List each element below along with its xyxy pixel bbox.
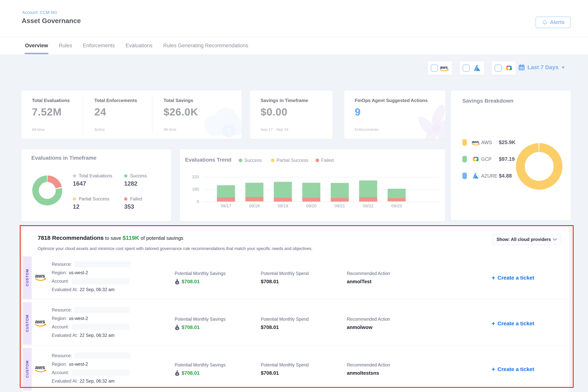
green-dot-icon bbox=[124, 174, 128, 178]
savings-breakdown-title: Savings Breakdown bbox=[462, 98, 514, 104]
resource-label: Resource: bbox=[52, 353, 72, 358]
legend-item-gcp: GCP $97.19 bbox=[462, 154, 515, 164]
gcp-legend-swatch bbox=[462, 156, 467, 162]
provider-filter-azure[interactable] bbox=[460, 61, 484, 75]
finops-agent-sub: Enforcements bbox=[355, 128, 378, 132]
dropdown-selected-value: Show: All cloud providers bbox=[496, 237, 551, 242]
provider-name: GCP bbox=[481, 156, 499, 162]
region-value: us-west-2 bbox=[69, 270, 88, 275]
breadcrumb-account-link[interactable]: Account: CCM-NG bbox=[22, 10, 57, 15]
custom-rule-badge: CUSTOM bbox=[23, 348, 32, 390]
trend-x-axis-label: 09/23 bbox=[385, 204, 408, 208]
evaluations-trend-title: Evaluations Trend bbox=[185, 157, 231, 163]
potential-savings-amount: $119K bbox=[122, 234, 139, 241]
chevron-down-icon bbox=[553, 238, 557, 241]
tab-label: Enforcements bbox=[83, 43, 115, 48]
recommended-action-label: Recommended Action bbox=[347, 271, 390, 276]
total-enforcements-value: 24 bbox=[94, 106, 106, 118]
total-evaluations-sub: All-time bbox=[32, 128, 45, 132]
azure-checkbox[interactable] bbox=[463, 64, 470, 72]
aws-icon: aws bbox=[470, 140, 481, 146]
trend-bar-segment bbox=[331, 183, 349, 198]
total-savings-value: $26.0K bbox=[164, 106, 198, 118]
trend-bar-segment bbox=[274, 182, 292, 198]
trend-bar-segment bbox=[388, 189, 406, 198]
recommendations-description: Optimize your cloud assets and minimize … bbox=[38, 246, 313, 251]
provider-name: AZURE bbox=[481, 173, 499, 179]
aws-checkbox[interactable] bbox=[431, 64, 438, 72]
trend-bar-segment bbox=[246, 197, 264, 201]
recommendation-row: CUSTOM aws Resource: Region:us-west-2 Ac… bbox=[22, 302, 569, 345]
svg-text:aws: aws bbox=[440, 65, 448, 70]
custom-rule-badge: CUSTOM bbox=[23, 302, 32, 345]
recommendation-row: CUSTOM aws Resource: Region:us-west-2 Ac… bbox=[22, 256, 569, 299]
money-bag-icon: $ bbox=[175, 279, 180, 284]
svg-text:$: $ bbox=[176, 327, 178, 329]
aws-icon: aws bbox=[439, 65, 449, 71]
money-bag-icon: $ bbox=[175, 370, 180, 376]
tab-overview[interactable]: Overview bbox=[25, 37, 48, 54]
recommendations-card: 7818 Recommendations to save $119K of po… bbox=[22, 227, 570, 392]
trend-legend-success: Success bbox=[239, 158, 262, 163]
potential-monthly-spend-value: $708.01 bbox=[261, 324, 279, 330]
potential-monthly-spend-label: Potential Monthly Spend bbox=[261, 317, 308, 322]
trend-x-axis-label: 09/22 bbox=[357, 204, 380, 208]
trend-x-axis-label: 09/17 bbox=[214, 204, 238, 208]
row-separator bbox=[23, 345, 569, 346]
provider-filter-gcp[interactable] bbox=[492, 61, 516, 75]
tab-enforcements[interactable]: Enforcements bbox=[83, 37, 115, 54]
create-ticket-button[interactable]: +Create a ticket bbox=[490, 274, 535, 282]
total-enforcements-sub: Active bbox=[94, 128, 105, 132]
evaluations-in-timeframe-card: Evaluations in Timeframe Total Evaluatio… bbox=[21, 149, 172, 221]
create-ticket-button[interactable]: +Create a ticket bbox=[490, 320, 535, 327]
savings-in-timeframe-label: Savings in Timeframe bbox=[260, 98, 308, 103]
create-ticket-button[interactable]: +Create a ticket bbox=[490, 366, 535, 373]
stats-summary-card: Total Evaluations 7.52M All-time Total E… bbox=[21, 90, 242, 139]
recommendations-count: 7818 Recommendations bbox=[38, 234, 104, 241]
finops-agent-card: FinOps Agent Suggested Actions 9 Enforce… bbox=[344, 90, 446, 139]
recommended-action-value: anmolwow bbox=[347, 324, 372, 330]
azure-icon bbox=[470, 173, 481, 179]
cloud-provider-filter-dropdown[interactable]: Show: All cloud providers bbox=[492, 234, 561, 245]
title-mid-text: to save bbox=[105, 235, 121, 241]
legend-total-evaluations: Total Evaluations bbox=[73, 173, 112, 178]
potential-monthly-spend-value: $708.01 bbox=[261, 370, 279, 376]
alerts-button[interactable]: Alerts bbox=[536, 16, 571, 28]
account-label: Account: bbox=[52, 279, 69, 284]
date-range-picker[interactable]: Last 7 Days ▾ bbox=[518, 64, 564, 71]
region-value: us-west-2 bbox=[69, 316, 88, 321]
tab-rules[interactable]: Rules bbox=[59, 37, 72, 54]
gcp-checkbox[interactable] bbox=[494, 64, 502, 72]
red-dot-icon bbox=[124, 197, 128, 200]
trend-bar-segment bbox=[217, 197, 235, 202]
success-count: 1282 bbox=[124, 180, 138, 187]
tab-evaluations[interactable]: Evaluations bbox=[126, 37, 152, 54]
trend-x-axis-label: 09/18 bbox=[243, 204, 266, 208]
svg-text:aws: aws bbox=[35, 318, 45, 324]
svg-text:$: $ bbox=[227, 127, 231, 134]
savings-in-timeframe-value: $0.00 bbox=[260, 106, 288, 118]
yellow-dot-icon bbox=[73, 197, 76, 200]
total-enforcements-label: Total Enforcements bbox=[94, 98, 137, 103]
tab-rules-generating-recommendations[interactable]: Rules Generating Recommendations bbox=[163, 37, 248, 54]
region-label: Region: bbox=[52, 362, 67, 367]
provider-filter-aws[interactable]: aws bbox=[428, 61, 452, 75]
recommended-action-value: anmoltestsns bbox=[347, 370, 379, 376]
page-title: Asset Governance bbox=[22, 17, 81, 24]
x-axis-line bbox=[202, 202, 440, 202]
trend-x-axis-label: 09/19 bbox=[271, 204, 294, 208]
trend-bar-segment bbox=[274, 198, 292, 202]
evaluated-at-label: Evaluated At: bbox=[52, 287, 78, 292]
region-label: Region: bbox=[52, 316, 67, 321]
potential-monthly-savings-value: $ $708.01 bbox=[175, 370, 200, 376]
aws-legend-swatch bbox=[462, 139, 467, 146]
bell-icon bbox=[542, 20, 548, 25]
title-tail-text: of potential savings bbox=[141, 235, 184, 241]
plus-icon: + bbox=[492, 320, 495, 327]
partial-success-count: 12 bbox=[73, 203, 79, 210]
tab-label: Evaluations bbox=[126, 43, 152, 48]
tab-bar: Overview Rules Enforcements Evaluations … bbox=[25, 37, 248, 54]
savings-breakdown-donut-chart bbox=[515, 142, 563, 190]
aws-logo-icon: aws bbox=[34, 364, 47, 373]
gcp-icon bbox=[505, 64, 513, 72]
